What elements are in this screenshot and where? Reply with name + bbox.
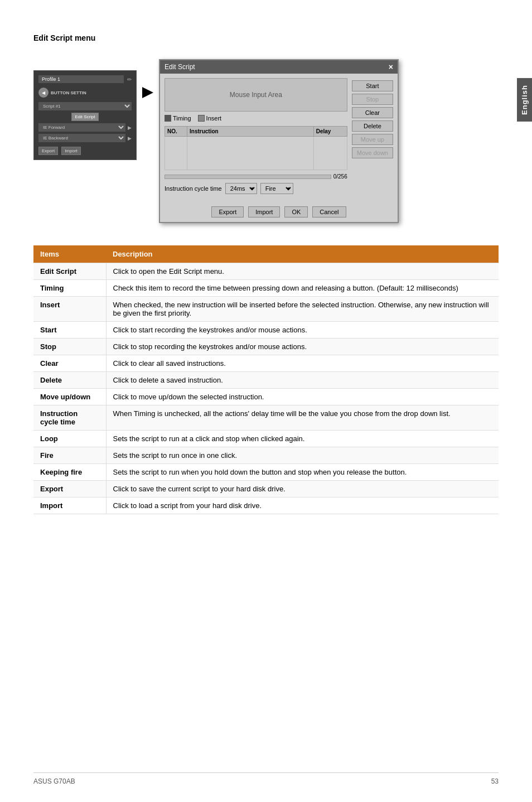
mini-pencil-icon: ✏: [127, 76, 132, 83]
table-row: TimingCheck this item to record the time…: [33, 280, 499, 297]
table-row: ExportClick to save the current script t…: [33, 481, 499, 497]
item-cell: Instructioncycle time: [33, 405, 106, 431]
timing-checkbox-box: [165, 115, 171, 122]
info-table: Items Description Edit ScriptClick to op…: [33, 245, 499, 514]
cycle-time-select[interactable]: 24ms: [225, 183, 257, 194]
description-cell: When checked, the new instruction will b…: [106, 297, 499, 322]
description-cell: Check this item to record the time betwe…: [106, 280, 499, 297]
table-row: StopClick to stop recording the keystrok…: [33, 339, 499, 355]
instruction-table: NO. Instruction Delay: [165, 126, 347, 170]
start-button[interactable]: Start: [352, 80, 393, 91]
screenshot-area: Profile 1 ✏ ◀ BUTTON SETTIN Script #1 Ed…: [33, 54, 499, 223]
table-row: DeleteClick to delete a saved instructio…: [33, 372, 499, 389]
table-row: Instructioncycle timeWhen Timing is unch…: [33, 405, 499, 431]
table-row: InsertWhen checked, the new instruction …: [33, 297, 499, 322]
table-row: ImportClick to load a script from your h…: [33, 497, 499, 514]
dialog-main: Mouse Input Area Timing Insert: [165, 78, 347, 199]
table-instruction-cell: [187, 137, 314, 170]
progress-row: 0/256: [165, 173, 347, 180]
mini-import-btn[interactable]: Import: [61, 147, 81, 155]
item-cell: Loop: [33, 431, 106, 447]
arrow-indicator: [142, 54, 153, 98]
mouse-input-area[interactable]: Mouse Input Area: [165, 78, 347, 112]
item-cell: Clear: [33, 355, 106, 372]
item-cell: Move up/down: [33, 389, 106, 405]
items-header: Items: [33, 245, 106, 263]
insert-checkbox-box: [198, 115, 205, 122]
description-cell: Click to open the Edit Script menu.: [106, 263, 499, 280]
item-cell: Insert: [33, 297, 106, 322]
mini-forward-arrow: ▶: [128, 125, 132, 131]
delete-button[interactable]: Delete: [352, 120, 393, 132]
export-button[interactable]: Export: [211, 206, 244, 218]
mini-backward-select[interactable]: IE Backward: [38, 134, 125, 142]
description-cell: When Timing is unchecked, all the action…: [106, 405, 499, 431]
mini-button-settings: BUTTON SETTIN: [51, 90, 86, 95]
cycle-row: Instruction cycle time 24ms Fire: [165, 183, 347, 194]
description-cell: Click to stop recording the keystrokes a…: [106, 339, 499, 355]
table-row: Move up/downClick to move up/down the se…: [33, 389, 499, 405]
item-cell: Import: [33, 497, 106, 514]
stop-button[interactable]: Stop: [352, 94, 393, 105]
table-no-cell: [165, 137, 187, 170]
col-delay: Delay: [313, 127, 347, 137]
progress-bar: [165, 175, 331, 179]
description-cell: Sets the script to run at a click and st…: [106, 431, 499, 447]
table-row: Keeping fireSets the script to run when …: [33, 464, 499, 481]
table-row: [165, 137, 347, 170]
table-delay-cell: [313, 137, 347, 170]
description-header: Description: [106, 245, 499, 263]
description-cell: Click to load a script from your hard di…: [106, 497, 499, 514]
close-icon[interactable]: ×: [389, 62, 393, 71]
page-footer: ASUS G70AB 53: [33, 772, 499, 785]
footer-left: ASUS G70AB: [33, 777, 75, 785]
table-row: StartClick to start recording the keystr…: [33, 322, 499, 339]
description-cell: Click to save the current script to your…: [106, 481, 499, 497]
mini-export-btn[interactable]: Export: [38, 147, 58, 155]
move-down-button[interactable]: Move down: [352, 147, 393, 158]
item-cell: Start: [33, 322, 106, 339]
mini-forward-select[interactable]: IE Forward: [38, 123, 125, 132]
item-cell: Keeping fire: [33, 464, 106, 481]
ok-button[interactable]: OK: [284, 206, 308, 218]
description-cell: Click to delete a saved instruction.: [106, 372, 499, 389]
col-no: NO.: [165, 127, 187, 137]
mini-app-window: Profile 1 ✏ ◀ BUTTON SETTIN Script #1 Ed…: [33, 70, 137, 160]
description-cell: Click to start recording the keystrokes …: [106, 322, 499, 339]
dialog-checkboxes: Timing Insert: [165, 115, 347, 122]
section-title: Edit Script menu: [33, 33, 499, 42]
dialog-title: Edit Script: [165, 63, 195, 71]
language-tab: English: [517, 78, 532, 122]
move-up-button[interactable]: Move up: [352, 134, 393, 145]
edit-script-dialog: Edit Script × Mouse Input Area Timing: [159, 59, 399, 223]
progress-value: 0/256: [333, 173, 347, 180]
item-cell: Delete: [33, 372, 106, 389]
timing-checkbox[interactable]: Timing: [165, 115, 191, 122]
cancel-button[interactable]: Cancel: [312, 206, 346, 218]
table-row: Edit ScriptClick to open the Edit Script…: [33, 263, 499, 280]
mini-script-select[interactable]: Script #1: [38, 102, 132, 110]
description-cell: Sets the script to run once in one click…: [106, 447, 499, 464]
description-cell: Click to clear all saved instructions.: [106, 355, 499, 372]
cycle-label: Instruction cycle time: [165, 185, 222, 192]
mini-profile-label: Profile 1: [38, 75, 124, 83]
item-cell: Stop: [33, 339, 106, 355]
clear-button[interactable]: Clear: [352, 107, 393, 118]
footer-right: 53: [491, 777, 499, 785]
item-cell: Edit Script: [33, 263, 106, 280]
mini-edit-script-btn[interactable]: Edit Script: [71, 113, 98, 121]
table-row: FireSets the script to run once in one c…: [33, 447, 499, 464]
table-row: ClearClick to clear all saved instructio…: [33, 355, 499, 372]
mini-logo-icon: ◀: [38, 88, 49, 98]
import-button[interactable]: Import: [248, 206, 280, 218]
dialog-body: Mouse Input Area Timing Insert: [160, 74, 398, 203]
insert-checkbox[interactable]: Insert: [198, 115, 222, 122]
item-cell: Fire: [33, 447, 106, 464]
dialog-side-buttons: Start Stop Clear Delete Move up: [352, 78, 393, 199]
fire-select[interactable]: Fire: [260, 183, 293, 194]
mini-backward-arrow: ▶: [128, 136, 132, 141]
item-cell: Timing: [33, 280, 106, 297]
table-row: LoopSets the script to run at a click an…: [33, 431, 499, 447]
dialog-titlebar: Edit Script ×: [160, 60, 398, 74]
description-cell: Sets the script to run when you hold dow…: [106, 464, 499, 481]
